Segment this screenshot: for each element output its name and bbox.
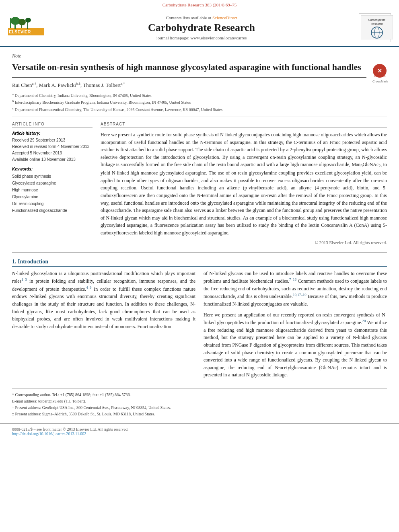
elsevier-logo: ELSEVIER	[8, 16, 44, 40]
journal-header: ELSEVIER Contents lists available at Sci…	[0, 9, 399, 47]
keyword-on-resin: On-resin coupling	[12, 200, 93, 207]
journal-logo-img: Carbohydrate Research	[359, 13, 391, 42]
keywords-section: Keywords: Solid phase synthesis Glycosyl…	[12, 167, 93, 214]
main-content: Note Versatile on-resin synthesis of hig…	[0, 47, 399, 423]
bottom-bar: 0008-6215/$ – see front matter © 2013 El…	[0, 423, 399, 439]
svg-rect-8	[27, 22, 28, 29]
article-info-column: ARTICLE INFO Article history: Received 2…	[12, 122, 93, 246]
svg-text:✕: ✕	[377, 68, 382, 74]
copyright-text: © 2013 Elsevier Ltd. All rights reserved…	[101, 239, 387, 246]
affiliations: a Department of Chemistry, Indiana Unive…	[12, 92, 387, 117]
footnote-email: E-mail address: tolbert@ku.edu (T.J. Tol…	[12, 398, 387, 405]
doi-anchor[interactable]: http://dx.doi.org/10.1016/j.carres.2013.…	[12, 431, 86, 436]
intro-left-col: N-linked glycosylation is a ubiquitous p…	[12, 270, 195, 382]
svg-text:CrossMark: CrossMark	[374, 75, 386, 77]
footnote-star: * Corresponding author. Tel.: +1 (785) 8…	[12, 392, 387, 398]
authors-line: Rui Chena,†, Mark A. Pawlickib,‡, Thomas…	[12, 82, 387, 88]
history-online: Available online 13 November 2013	[12, 156, 93, 163]
footnote-dagger: † Present address: GenScript USA Inc., 8…	[12, 405, 387, 411]
svg-rect-6	[21, 24, 22, 28]
crossmark-logo: ✕ CrossMark CrossMark	[372, 64, 387, 78]
keyword-functionalized: Functionalized oligosaccharide	[12, 207, 93, 214]
keywords-label: Keywords:	[12, 167, 93, 171]
article-info-header: ARTICLE INFO	[12, 122, 93, 128]
keyword-glycosylamine: Glycosylamine	[12, 193, 93, 200]
article-type-label: Note	[12, 53, 387, 59]
author-2: Mark A. Pawlickib,‡	[39, 82, 80, 88]
abstract-header: ABSTRACT	[101, 122, 387, 128]
intro-right-col: of N-linked glycans can be used to intro…	[204, 270, 387, 382]
sciencedirect-anchor[interactable]: ScienceDirect	[212, 15, 237, 20]
svg-text:Carbohydrate: Carbohydrate	[368, 18, 386, 22]
journal-header-center: Contents lists available at ScienceDirec…	[52, 15, 351, 40]
intro-right-text: of N-linked glycans can be used to intro…	[204, 270, 387, 379]
affiliation-c: c Department of Pharmaceutical Chemistry…	[12, 106, 387, 113]
bottom-left: 0008-6215/$ – see front matter © 2013 El…	[12, 427, 128, 436]
footnote-double-dagger: ‡ Present address: Sigma–Aldrich, 3500 D…	[12, 411, 387, 417]
introduction-title: 1. Introduction	[12, 259, 387, 267]
journal-title: Carbohydrate Research	[52, 22, 351, 34]
author-3: Thomas J. Tolbertc,*	[83, 82, 125, 88]
svg-text:Research: Research	[371, 23, 383, 25]
intro-left-text: N-linked glycosylation is a ubiquitous p…	[12, 270, 195, 331]
svg-text:ELSEVIER: ELSEVIER	[9, 29, 31, 34]
journal-ref-text: Carbohydrate Research 383 (2014) 69–75	[162, 2, 237, 7]
svg-rect-4	[14, 23, 16, 29]
doi-link[interactable]: http://dx.doi.org/10.1016/j.carres.2013.…	[12, 431, 128, 436]
history-label: Article history:	[12, 131, 93, 136]
history-accepted: Accepted 5 November 2013	[12, 150, 93, 156]
affiliation-a: a Department of Chemistry, Indiana Unive…	[12, 92, 387, 99]
issn-text: 0008-6215/$ – see front matter © 2013 El…	[12, 427, 128, 431]
history-received: Received 29 September 2013	[12, 137, 93, 144]
footnotes-section: * Corresponding author. Tel.: +1 (785) 8…	[12, 388, 387, 417]
affiliation-b: b Interdisciplinary Biochemistry Graduat…	[12, 99, 387, 105]
section-divider	[12, 252, 387, 253]
title-row: Versatile on-resin synthesis of high man…	[12, 62, 387, 82]
journal-reference-bar: Carbohydrate Research 383 (2014) 69–75	[0, 0, 399, 9]
introduction-section: 1. Introduction N-linked glycosylation i…	[12, 259, 387, 382]
article-info-abstract-section: ARTICLE INFO Article history: Received 2…	[12, 122, 387, 246]
keyword-glycosylated-asn: Glycosylated asparagine	[12, 180, 93, 187]
abstract-text: Here we present a synthetic route for so…	[101, 131, 387, 246]
history-revised: Received in revised form 4 November 2013	[12, 144, 93, 150]
keyword-high-mannose: High mannose	[12, 187, 93, 193]
article-title: Versatile on-resin synthesis of high man…	[12, 62, 366, 78]
intro-two-col: N-linked glycosylation is a ubiquitous p…	[12, 270, 387, 382]
sciencedirect-link: Contents lists available at ScienceDirec…	[52, 15, 351, 20]
journal-homepage: journal homepage: www.elsevier.com/locat…	[52, 35, 351, 40]
author-1: Rui Chena,†	[12, 82, 36, 88]
keyword-solid-phase: Solid phase synthesis	[12, 173, 93, 180]
abstract-column: ABSTRACT Here we present a synthetic rou…	[101, 122, 387, 246]
